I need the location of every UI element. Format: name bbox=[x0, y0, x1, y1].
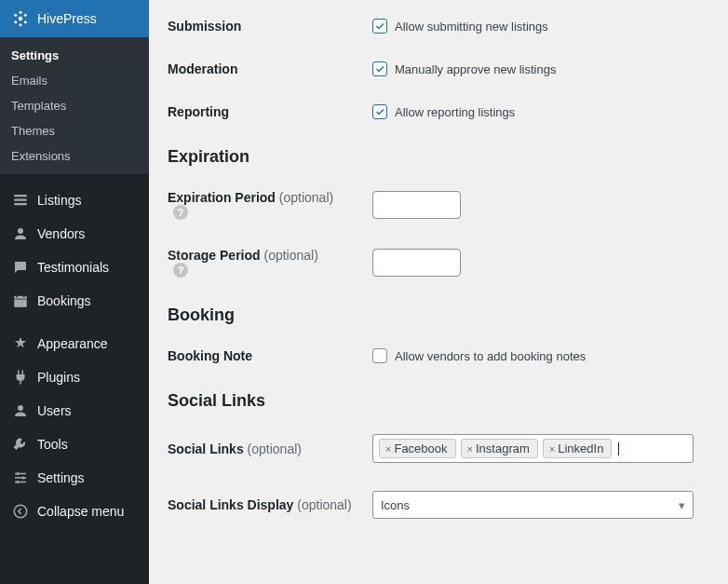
tag-remove-icon[interactable]: × bbox=[549, 443, 555, 455]
label-booking-note: Booking Note bbox=[168, 348, 372, 363]
svg-rect-12 bbox=[17, 294, 19, 298]
label-social-links: Social Links (optional) bbox=[168, 441, 372, 456]
admin-sidebar: HivePress Settings Emails Templates Them… bbox=[0, 0, 149, 584]
collapse-icon bbox=[11, 502, 30, 521]
menu-collapse[interactable]: Collapse menu bbox=[0, 495, 149, 528]
label-social-display: Social Links Display (optional) bbox=[168, 497, 372, 512]
checkbox-reporting[interactable] bbox=[372, 104, 387, 119]
hivepress-logo-icon bbox=[11, 9, 30, 28]
row-booking-note: Booking Note Allow vendors to add bookin… bbox=[168, 348, 709, 363]
svg-point-5 bbox=[20, 11, 22, 14]
svg-point-1 bbox=[14, 14, 17, 17]
svg-rect-13 bbox=[23, 294, 25, 298]
submenu-extensions[interactable]: Extensions bbox=[0, 143, 149, 169]
label-moderation: Moderation bbox=[168, 61, 372, 76]
menu-plugins[interactable]: Plugins bbox=[0, 360, 149, 394]
submenu-emails[interactable]: Emails bbox=[0, 68, 149, 93]
menu-tools[interactable]: Tools bbox=[0, 428, 149, 461]
svg-point-0 bbox=[19, 17, 23, 21]
svg-point-21 bbox=[17, 481, 20, 483]
heading-social: Social Links bbox=[168, 391, 709, 411]
checkbox-submission[interactable] bbox=[372, 19, 387, 34]
menu-bookings[interactable]: Bookings bbox=[0, 284, 149, 318]
appearance-icon bbox=[11, 334, 30, 353]
testimonials-icon bbox=[11, 258, 30, 277]
menu-vendors[interactable]: Vendors bbox=[0, 217, 149, 251]
svg-point-22 bbox=[14, 505, 27, 518]
listings-icon bbox=[11, 191, 30, 210]
sidebar-menu-1: Listings Vendors Testimonials Bookings bbox=[0, 174, 149, 318]
input-social-links[interactable]: ×Facebook ×Instagram ×LinkedIn bbox=[372, 434, 694, 463]
menu-appearance[interactable]: Appearance bbox=[0, 327, 149, 360]
tag-remove-icon[interactable]: × bbox=[385, 443, 391, 455]
svg-point-19 bbox=[17, 472, 20, 475]
tag-facebook[interactable]: ×Facebook bbox=[379, 439, 456, 458]
users-icon bbox=[11, 401, 30, 420]
chevron-down-icon: ▾ bbox=[679, 498, 685, 512]
svg-rect-8 bbox=[14, 199, 27, 201]
row-social-links: Social Links (optional) ×Facebook ×Insta… bbox=[168, 434, 709, 463]
vendors-icon bbox=[11, 224, 30, 243]
svg-point-6 bbox=[20, 23, 22, 26]
svg-point-4 bbox=[24, 20, 27, 23]
row-reporting: Reporting Allow reporting listings bbox=[168, 104, 709, 119]
help-icon[interactable]: ? bbox=[173, 263, 188, 278]
svg-point-3 bbox=[14, 20, 17, 23]
input-expiration-period[interactable] bbox=[372, 191, 461, 219]
checkbox-label-reporting: Allow reporting listings bbox=[395, 105, 515, 119]
row-social-display: Social Links Display (optional) Icons ▾ bbox=[168, 491, 709, 519]
tools-icon bbox=[11, 435, 30, 454]
row-expiration-period: Expiration Period (optional)? bbox=[168, 190, 709, 220]
row-submission: Submission Allow submitting new listings bbox=[168, 19, 709, 34]
menu-settings[interactable]: Settings bbox=[0, 461, 149, 495]
sidebar-submenu: Settings Emails Templates Themes Extensi… bbox=[0, 37, 149, 174]
settings-icon bbox=[11, 469, 30, 487]
svg-point-15 bbox=[18, 405, 23, 411]
checkbox-label-booking-note: Allow vendors to add booking notes bbox=[395, 349, 586, 363]
menu-users[interactable]: Users bbox=[0, 394, 149, 428]
text-cursor bbox=[618, 442, 619, 455]
submenu-themes[interactable]: Themes bbox=[0, 118, 149, 143]
checkbox-moderation[interactable] bbox=[372, 61, 387, 76]
sidebar-brand[interactable]: HivePress bbox=[0, 0, 149, 37]
row-moderation: Moderation Manually approve new listings bbox=[168, 61, 709, 76]
label-expiration-period: Expiration Period (optional)? bbox=[168, 190, 372, 220]
settings-content: Submission Allow submitting new listings… bbox=[149, 0, 728, 584]
help-icon[interactable]: ? bbox=[173, 205, 188, 220]
menu-listings[interactable]: Listings bbox=[0, 183, 149, 217]
plugins-icon bbox=[11, 368, 30, 387]
select-social-display[interactable]: Icons ▾ bbox=[372, 491, 694, 519]
svg-rect-9 bbox=[14, 203, 27, 205]
checkbox-label-moderation: Manually approve new listings bbox=[395, 62, 556, 76]
brand-label: HivePress bbox=[37, 11, 97, 26]
bookings-icon bbox=[11, 292, 30, 310]
tag-remove-icon[interactable]: × bbox=[467, 443, 473, 455]
checkbox-booking-note[interactable] bbox=[372, 348, 387, 363]
svg-rect-14 bbox=[14, 299, 27, 300]
input-storage-period[interactable] bbox=[372, 249, 461, 277]
svg-rect-7 bbox=[14, 195, 27, 197]
heading-expiration: Expiration bbox=[168, 147, 709, 167]
menu-testimonials[interactable]: Testimonials bbox=[0, 251, 149, 284]
svg-point-2 bbox=[24, 14, 27, 17]
submenu-settings[interactable]: Settings bbox=[0, 43, 149, 68]
submenu-templates[interactable]: Templates bbox=[0, 93, 149, 118]
svg-point-10 bbox=[18, 228, 23, 234]
sidebar-menu-2: Appearance Plugins Users Tools Settings … bbox=[0, 318, 149, 528]
label-storage-period: Storage Period (optional)? bbox=[168, 248, 372, 278]
svg-point-20 bbox=[22, 477, 25, 480]
svg-rect-11 bbox=[14, 296, 27, 307]
checkbox-label-submission: Allow submitting new listings bbox=[395, 20, 548, 34]
row-storage-period: Storage Period (optional)? bbox=[168, 248, 709, 278]
tag-instagram[interactable]: ×Instagram bbox=[461, 439, 538, 458]
heading-booking: Booking bbox=[168, 306, 709, 325]
label-submission: Submission bbox=[168, 19, 372, 34]
tag-linkedin[interactable]: ×LinkedIn bbox=[543, 439, 613, 458]
label-reporting: Reporting bbox=[168, 104, 372, 119]
